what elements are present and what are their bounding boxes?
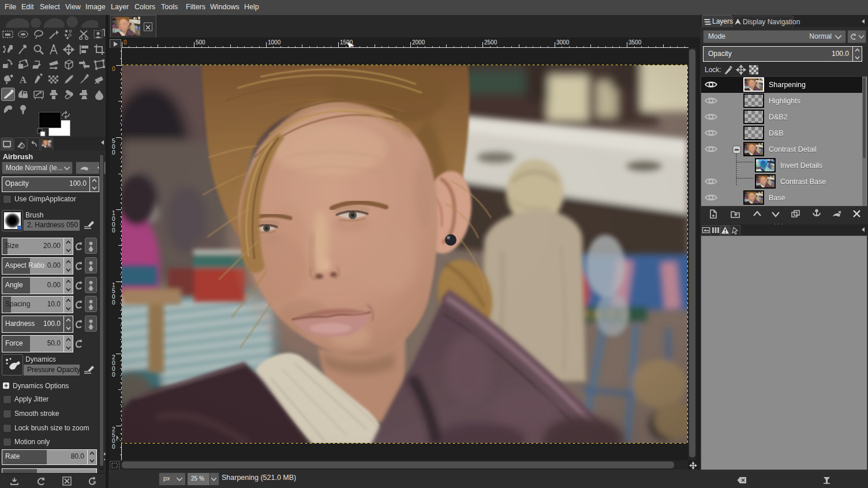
svg-text:1000: 1000 [268, 39, 281, 46]
svg-text:0: 0 [112, 299, 115, 306]
svg-text:2500: 2500 [484, 39, 497, 46]
svg-text:0: 0 [112, 66, 115, 72]
svg-text:0: 0 [124, 39, 127, 46]
svg-text:3500: 3500 [628, 39, 642, 46]
svg-text:0: 0 [112, 371, 115, 378]
svg-text:0: 0 [112, 149, 115, 156]
svg-text:3000: 3000 [556, 39, 570, 46]
svg-text:A: A [20, 74, 27, 85]
svg-text:2000: 2000 [412, 39, 425, 46]
svg-text:500: 500 [196, 39, 205, 46]
svg-text:0: 0 [112, 227, 115, 234]
svg-text:0: 0 [112, 444, 115, 450]
svg-text:i: i [21, 144, 23, 149]
